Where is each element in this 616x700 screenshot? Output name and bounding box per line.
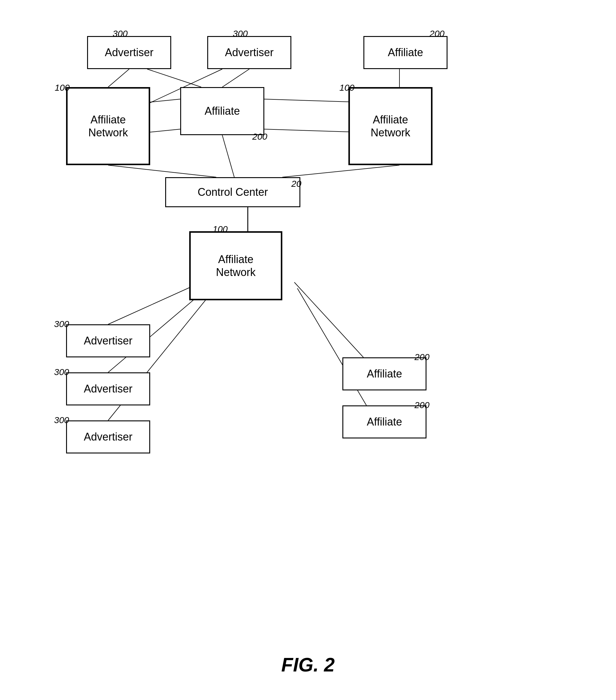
control-center-label: Control Center xyxy=(198,186,268,199)
affiliate-top-label: Affiliate xyxy=(388,46,423,59)
label-300-3: 300 xyxy=(54,319,69,329)
affiliate-br2-label: Affiliate xyxy=(367,415,402,428)
affiliate-br1-label: Affiliate xyxy=(367,367,402,380)
label-20: 20 xyxy=(291,179,301,189)
advertiser2-label: Advertiser xyxy=(225,46,274,59)
advertiser4-label: Advertiser xyxy=(84,382,133,395)
svg-line-9 xyxy=(108,165,216,177)
label-300-1: 300 xyxy=(113,28,128,39)
label-300-5: 300 xyxy=(54,415,69,425)
affiliate-mid-box: Affiliate xyxy=(180,87,264,135)
advertiser1-label: Advertiser xyxy=(105,46,153,59)
svg-line-16 xyxy=(294,282,364,357)
affiliate-br1-box: Affiliate xyxy=(342,357,427,390)
svg-line-11 xyxy=(282,165,399,177)
label-100-3: 100 xyxy=(213,224,227,234)
control-center-box: Control Center xyxy=(165,177,300,207)
svg-line-0 xyxy=(108,69,129,87)
label-200-2: 200 xyxy=(252,132,267,142)
advertiser1-box: Advertiser xyxy=(87,36,171,69)
advertiser2-box: Advertiser xyxy=(207,36,291,69)
svg-line-3 xyxy=(147,69,201,87)
affnet-left-label: AffiliateNetwork xyxy=(88,113,128,139)
svg-line-8 xyxy=(264,129,357,132)
svg-line-6 xyxy=(150,129,180,132)
advertiser5-label: Advertiser xyxy=(84,430,133,443)
affnet-left-box: AffiliateNetwork xyxy=(66,87,150,165)
label-100-2: 100 xyxy=(340,83,354,93)
diagram-container: Advertiser Advertiser Affiliate Affiliat… xyxy=(48,18,568,604)
advertiser3-label: Advertiser xyxy=(84,334,133,347)
affiliate-top-box: Affiliate xyxy=(364,36,447,69)
label-100-1: 100 xyxy=(55,83,70,93)
advertiser4-box: Advertiser xyxy=(66,372,150,405)
svg-line-13 xyxy=(108,282,201,324)
affiliate-mid-label: Affiliate xyxy=(205,104,240,117)
advertiser3-box: Advertiser xyxy=(66,324,150,357)
affnet-center-label: AffiliateNetwork xyxy=(216,253,256,279)
affnet-right-label: AffiliateNetwork xyxy=(371,113,410,139)
svg-line-10 xyxy=(222,135,234,177)
advertiser5-box: Advertiser xyxy=(66,421,150,453)
figure-caption: FIG. 2 xyxy=(281,654,335,676)
affiliate-br2-box: Affiliate xyxy=(342,405,427,438)
label-300-4: 300 xyxy=(54,367,69,377)
affnet-center-box: AffiliateNetwork xyxy=(189,231,282,300)
svg-line-2 xyxy=(222,69,249,87)
affnet-right-box: AffiliateNetwork xyxy=(348,87,432,165)
label-200-3: 200 xyxy=(415,352,430,362)
label-200-1: 200 xyxy=(430,28,444,39)
label-200-4: 200 xyxy=(415,400,430,410)
label-300-2: 300 xyxy=(233,28,248,39)
svg-line-7 xyxy=(264,99,357,102)
